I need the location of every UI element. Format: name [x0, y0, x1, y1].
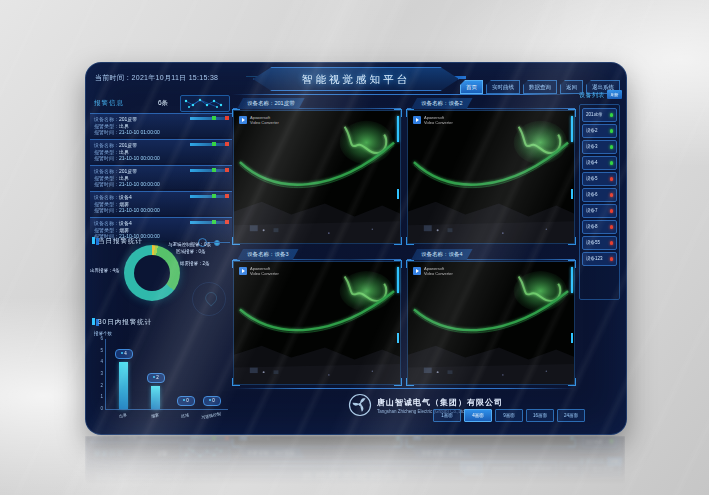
nav-realtime-curve-button[interactable]: 实时曲线	[486, 80, 520, 94]
status-dot	[610, 113, 614, 117]
alarm-card[interactable]: 设备名称：201皮带 报警类型：出界 报警时间：21-10-10 00:00:0…	[90, 165, 232, 189]
today-stats-title: 当日报警统计	[92, 237, 143, 246]
watermark: ApowersoftVideo Converter	[413, 116, 453, 125]
device-item[interactable]: 设备5	[582, 172, 617, 186]
platform-title-plate: 智能视觉感知平台	[253, 67, 459, 91]
corner-bracket	[394, 237, 402, 245]
nav-home-button[interactable]: 首页	[460, 80, 483, 94]
type-label: 报警类型：	[94, 201, 119, 207]
device-value: 设备4	[119, 194, 132, 200]
device-name: 设备6	[586, 189, 598, 200]
time-label: 报警时间：	[94, 155, 119, 161]
device-item[interactable]: 设备123	[582, 252, 617, 266]
alarm-card[interactable]: 设备名称：设备4 报警类型：烟雾 报警时间：21-10-10 00:00:00	[90, 191, 232, 215]
stage: 当前时间：2021年10月11日 15:15:38 智能视觉感知平台 首页 实时…	[0, 0, 709, 495]
night-video-still	[408, 111, 574, 243]
alarm-timeline	[190, 117, 228, 120]
alarm-timeline	[190, 143, 228, 146]
page-title: 智能视觉感知平台	[302, 73, 410, 85]
device-item[interactable]: 设备2	[582, 124, 617, 138]
video-scrollbar[interactable]	[397, 267, 399, 293]
view-24-button[interactable]: 24画面	[557, 409, 585, 422]
section-bars-icon	[92, 318, 95, 325]
monthly-alarm-bar-chart: 报警个数 6 5 4 3 2 1 0 4 2 0 0 出界 烟雾 区	[92, 331, 230, 426]
device-name: 设备8	[586, 221, 598, 232]
device-item[interactable]: 设备7	[582, 204, 617, 218]
apowersoft-icon	[239, 116, 247, 124]
device-list-header: 设备列表 刷新	[579, 90, 622, 100]
corner-bracket	[232, 378, 240, 386]
monitor-reflection: 当前时间：2021年10月11日 15:15:38 智能视觉感知平台 首页 实时…	[85, 436, 625, 494]
status-dot	[610, 193, 614, 197]
time-value: 21-10-10 00:00:00	[119, 155, 160, 161]
video-scrollbar[interactable]	[397, 189, 399, 199]
type-label: 报警类型：	[94, 149, 119, 155]
video-title: 设备名称：设备3	[237, 249, 299, 260]
device-value: 设备4	[119, 220, 132, 226]
bar-value-badge: 0	[177, 396, 195, 406]
time-label: 报警时间：	[94, 207, 119, 213]
apowersoft-icon	[413, 116, 421, 124]
device-name: 设备2	[586, 125, 598, 136]
alarm-info-title: 报警信息	[94, 99, 124, 108]
video-scrollbar[interactable]	[571, 116, 573, 142]
status-dot	[610, 241, 614, 245]
alarm-card[interactable]: 设备名称：201皮带 报警类型：出界 报警时间：21-10-10 00:00:0…	[90, 139, 232, 163]
y-tick: 5	[93, 348, 103, 353]
video-scrollbar[interactable]	[571, 267, 573, 293]
device-value: 201皮带	[119, 142, 137, 148]
company-name-cn: 唐山智诚电气（集团）有限公司	[377, 397, 503, 408]
type-label: 报警类型：	[94, 175, 119, 181]
time-value: 21-10-10 00:00:00	[119, 181, 160, 187]
video-scrollbar[interactable]	[571, 333, 573, 343]
device-item[interactable]: 设备55	[582, 236, 617, 250]
device-item[interactable]: 设备4	[582, 156, 617, 170]
alarm-list: 设备名称：201皮带 报警类型：出界 报警时间：21-10-10 01:00:0…	[90, 113, 232, 243]
network-topology-icon	[180, 95, 230, 112]
status-dot	[610, 209, 614, 213]
donut-legend-smoke: 烟雾报警：2条	[180, 261, 210, 266]
night-video-still	[408, 262, 574, 384]
view-1-button[interactable]: 1画面	[433, 409, 461, 422]
view-9-button[interactable]: 9画面	[495, 409, 523, 422]
video-panel-2[interactable]: 设备名称：设备2 ApowersoftVideo Converter	[407, 98, 575, 244]
video-frame: ApowersoftVideo Converter	[407, 110, 575, 244]
section-bars-icon	[92, 237, 95, 244]
y-tick: 2	[93, 383, 103, 388]
view-4-button[interactable]: 4画面	[464, 409, 492, 422]
device-item[interactable]: 201皮带	[582, 108, 617, 122]
current-time: 当前时间：2021年10月11日 15:15:38	[95, 73, 218, 83]
bar-outbound	[119, 362, 128, 409]
donut-hole	[134, 255, 170, 291]
device-name: 设备55	[586, 237, 600, 248]
video-scrollbar[interactable]	[397, 116, 399, 142]
view-16-button[interactable]: 16画面	[526, 409, 554, 422]
y-tick: 1	[93, 394, 103, 399]
alarm-card[interactable]: 设备名称：201皮带 报警类型：出界 报警时间：21-10-10 01:00:0…	[90, 113, 232, 137]
nav-data-query-button[interactable]: 数据查询	[523, 80, 557, 94]
dashboard-panel: 当前时间：2021年10月11日 15:15:38 智能视觉感知平台 首页 实时…	[85, 436, 625, 494]
video-panel-4[interactable]: 设备名称：设备4 ApowersoftVideo Converter	[407, 249, 575, 385]
corner-bracket	[568, 378, 576, 386]
monthly-stats-title: 30日内报警统计	[92, 318, 152, 327]
device-item[interactable]: 设备8	[582, 220, 617, 234]
video-panel-1[interactable]: 设备名称：201皮带 ApowersoftVideo Converter	[233, 98, 401, 244]
status-dot	[610, 161, 614, 165]
device-name: 201皮带	[586, 109, 603, 120]
alarm-timeline	[190, 195, 228, 198]
left-sidebar: 报警信息 6条 设备	[90, 96, 232, 430]
video-scrollbar[interactable]	[571, 189, 573, 199]
device-name: 设备7	[586, 205, 598, 216]
type-value: 出界	[119, 149, 129, 155]
y-axis	[105, 339, 106, 409]
bar-value-badge: 0	[203, 396, 221, 406]
corner-bracket	[406, 237, 414, 245]
device-item[interactable]: 设备3	[582, 140, 617, 154]
video-panel-3[interactable]: 设备名称：设备3 ApowersoftVideo Converter	[233, 249, 401, 385]
device-item[interactable]: 设备6	[582, 188, 617, 202]
video-frame: ApowersoftVideo Converter	[233, 261, 401, 385]
device-name: 设备5	[586, 173, 598, 184]
dashboard-panel: 当前时间：2021年10月11日 15:15:38 智能视觉感知平台 首页 实时…	[85, 62, 627, 435]
device-list-refresh-button[interactable]: 刷新	[607, 90, 622, 99]
video-scrollbar[interactable]	[397, 333, 399, 343]
